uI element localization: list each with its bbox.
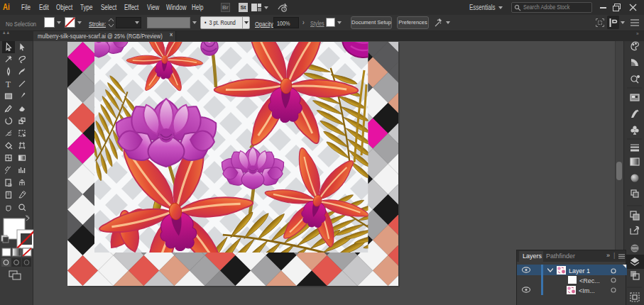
svg-text:T: T <box>6 80 11 89</box>
